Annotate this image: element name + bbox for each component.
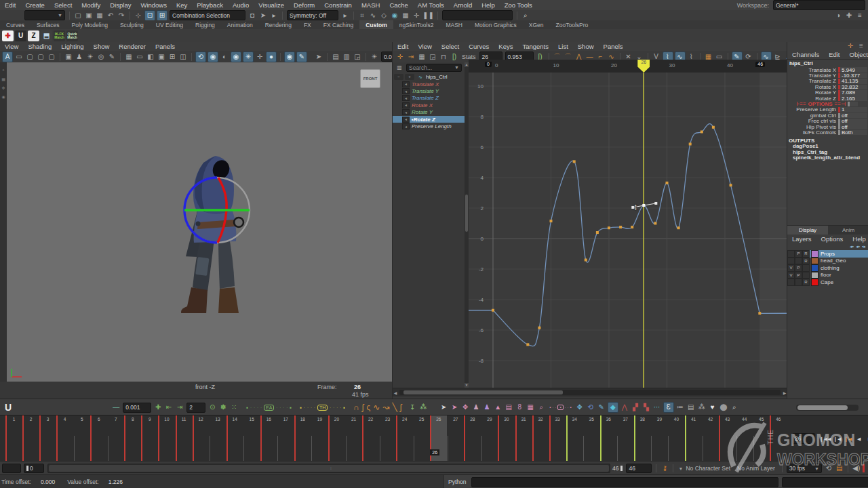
snap-grid-icon[interactable]: ⌗ <box>357 11 367 20</box>
menu-shading[interactable]: Shading <box>23 43 56 50</box>
two-panes-icon[interactable]: ▣ <box>64 52 73 62</box>
tab-anim[interactable]: Anim <box>828 226 868 235</box>
pencil-blue-icon[interactable]: ✎ <box>597 403 606 412</box>
cap-opacity-icon[interactable]: ● <box>266 52 277 62</box>
range-handle-left[interactable] <box>26 466 28 471</box>
snap-curve-icon[interactable]: ∿ <box>368 11 378 20</box>
cloth-a-icon[interactable]: ⋀ <box>620 403 629 412</box>
region-tool-icon[interactable]: ◲ <box>428 52 437 62</box>
menu-curves[interactable]: Curves <box>464 43 494 50</box>
options-value-box[interactable] <box>848 102 858 107</box>
menu-windows[interactable]: Windows <box>136 1 172 9</box>
snap-view-icon[interactable]: ▦ <box>401 11 410 20</box>
dots-grid-icon[interactable]: ⁙ <box>229 403 239 412</box>
zoo-u-shelf[interactable]: U <box>15 30 26 41</box>
open-scene-icon[interactable]: ▣ <box>84 11 94 20</box>
th-selector-widget[interactable]: ▪····TH····▪ <box>300 405 345 411</box>
menu-lighting[interactable]: Lighting <box>56 43 88 50</box>
go-to-start-button[interactable]: ❙◀◀ <box>820 434 831 443</box>
magnify-tool-icon[interactable]: ⌕ <box>730 403 739 412</box>
character-set-caret-icon[interactable]: ▼ <box>678 466 683 471</box>
screen-ao-icon[interactable]: ✎ <box>107 52 117 62</box>
range-center-grip[interactable]: ⁝ <box>329 466 333 471</box>
layer-color-swatch[interactable] <box>811 258 818 265</box>
select-hierarchy-icon[interactable]: ⊹ <box>134 11 143 20</box>
wave-tangent-icon[interactable]: ∿ <box>373 403 380 412</box>
attr-value-field[interactable]: Both <box>838 130 867 136</box>
mute-icon[interactable]: ◄ <box>402 88 410 94</box>
ea-selector-widget[interactable]: ▪····EA····▪ <box>246 405 292 411</box>
list-menu-icon[interactable]: ≡ <box>855 11 865 20</box>
menu-create[interactable]: Create <box>20 1 50 9</box>
shift-left-icon[interactable]: ⇤ <box>164 403 174 412</box>
manip-axis-icon[interactable]: ✛ <box>846 41 855 51</box>
mute-icon[interactable]: ◄ <box>402 95 410 101</box>
output-node-spineik_length_attr_blend[interactable]: spineIk_length_attr_blend <box>787 155 868 160</box>
symmetry-dropdown[interactable]: Symmetry: Off <box>287 10 338 20</box>
combination-selection-field[interactable]: Combination Selection <box>170 10 245 20</box>
expand-icon[interactable]: + <box>405 74 414 80</box>
character-and-manipulator[interactable] <box>163 144 285 313</box>
layer-color-swatch[interactable] <box>811 279 818 286</box>
snake-tangent-icon[interactable]: ↝ <box>382 403 389 412</box>
layer-color-swatch[interactable] <box>811 264 818 272</box>
menu-edit[interactable]: Edit <box>393 43 413 50</box>
layer-row-clothing[interactable]: VPclothing <box>787 264 868 272</box>
lighting-icon[interactable]: ☀ <box>85 52 95 62</box>
attr-value-field[interactable]: 5.949 <box>838 67 867 73</box>
menu-view[interactable]: View <box>413 43 436 50</box>
epsilon-tool-icon[interactable]: Ɛ <box>663 402 674 413</box>
sphere-tool-icon[interactable]: ⬤ <box>719 403 728 412</box>
zoo-plus-shelf[interactable]: ✚ <box>2 30 14 41</box>
menu-cache[interactable]: Cache <box>384 1 412 9</box>
menu-am-tools[interactable]: AM Tools <box>413 1 449 9</box>
toolbar-overflow-scrollbar[interactable] <box>796 405 859 411</box>
mute-icon[interactable]: ◄ <box>402 123 410 129</box>
shelf-tab-ngskintools2[interactable]: ngSkinTools2 <box>393 20 440 29</box>
layout-book-icon[interactable]: ◫ <box>178 52 188 62</box>
select-component-icon[interactable]: ⊞ <box>157 10 167 21</box>
nudge-plus-icon[interactable]: ✚ <box>153 403 163 412</box>
move-pink-icon[interactable]: ✥ <box>460 403 470 412</box>
attr-value-field[interactable]: 41.135 <box>838 79 867 84</box>
layout-wide-icon[interactable]: ▭ <box>135 52 144 62</box>
menu-view[interactable]: View <box>0 43 23 50</box>
menu-select[interactable]: Select <box>437 43 464 50</box>
shadows-icon[interactable]: ◎ <box>96 52 106 62</box>
mute-audio-icon[interactable]: ◀) <box>852 464 861 473</box>
select-camera-icon[interactable]: A <box>2 52 13 62</box>
cam-attr-icon[interactable]: ▢ <box>25 52 35 62</box>
layer-row-props[interactable]: PRProps <box>787 250 868 258</box>
animation-start-box[interactable] <box>2 464 21 473</box>
playback-speed-dropdown[interactable]: 30 fps▼ <box>787 464 822 473</box>
mute-icon[interactable]: ◄ <box>402 117 410 123</box>
menu-arnold[interactable]: Arnold <box>449 1 477 9</box>
character-set-label[interactable]: No Character Set <box>686 465 730 472</box>
step-left-icon[interactable]: ▸ <box>269 11 279 20</box>
lock-icon[interactable]: ◘ <box>248 11 257 20</box>
layout-split-icon[interactable]: ◧ <box>146 52 155 62</box>
menu-layers[interactable]: Layers <box>787 235 816 243</box>
volume-slider[interactable] <box>863 464 865 472</box>
current-frame-field[interactable]: 26 <box>792 433 815 444</box>
channel-row-translate-x[interactable]: ◄Translate X <box>393 81 465 87</box>
range-start-field[interactable]: 0 <box>24 464 44 473</box>
auto-key-icon[interactable]: ⚷ <box>660 464 669 473</box>
menu-deform[interactable]: Deform <box>289 1 319 9</box>
layer-toggle-p[interactable]: P <box>795 250 802 258</box>
exposure-icon[interactable]: ☀ <box>370 52 379 62</box>
folder-pink-icon[interactable]: ▤ <box>504 403 513 412</box>
dots-cyan-icon[interactable]: ⋯ <box>652 403 662 412</box>
menu-playback[interactable]: Playback <box>192 1 228 9</box>
wireframe-icon[interactable]: ⟲ <box>195 52 206 62</box>
attr-value-field[interactable]: 7.089 <box>838 90 867 96</box>
grease-pencil-icon[interactable]: ▭ <box>14 52 24 62</box>
pink-dots-widget[interactable]: ▪··▪··▪ <box>549 405 571 410</box>
layer-color-swatch[interactable] <box>811 272 818 279</box>
menu-audio[interactable]: Audio <box>228 1 254 9</box>
toolbox-move-icon[interactable]: ✥ <box>1 85 5 90</box>
move-layer-up-icon[interactable]: ◂▪ <box>850 244 854 249</box>
layer-toggle-v[interactable] <box>787 258 795 265</box>
plus-tool-icon[interactable]: ✚ <box>844 11 854 20</box>
graph-time-ruler[interactable]: 01020304004626 <box>469 60 787 73</box>
